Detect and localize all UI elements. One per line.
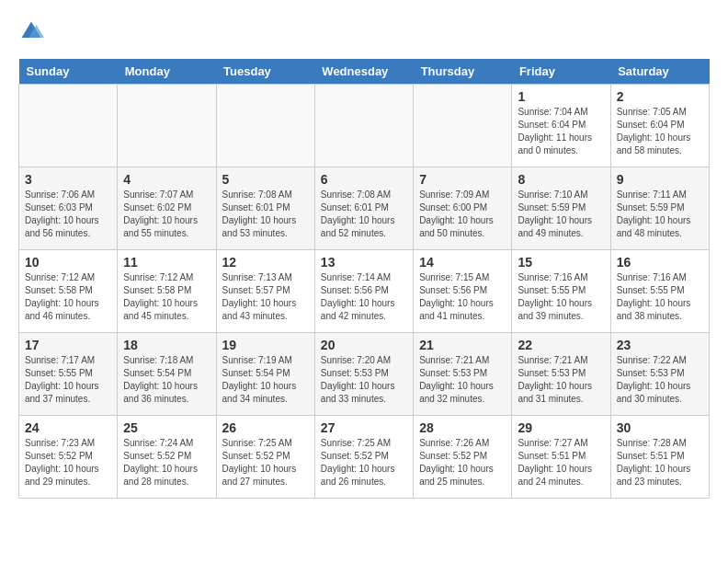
column-header-monday: Monday <box>118 59 216 85</box>
day-number: 12 <box>222 255 309 270</box>
day-number: 26 <box>222 420 309 435</box>
calendar-cell <box>314 85 413 167</box>
calendar-cell <box>118 85 216 167</box>
calendar-cell: 4Sunrise: 7:07 AMSunset: 6:02 PMDaylight… <box>118 167 216 250</box>
day-info: Sunrise: 7:21 AMSunset: 5:53 PMDaylight:… <box>419 354 506 406</box>
day-number: 27 <box>321 420 407 435</box>
day-info: Sunrise: 7:12 AMSunset: 5:58 PMDaylight:… <box>25 271 111 323</box>
day-number: 18 <box>123 338 210 352</box>
column-header-saturday: Saturday <box>610 59 709 85</box>
day-number: 19 <box>222 338 309 352</box>
calendar-cell: 2Sunrise: 7:05 AMSunset: 6:04 PMDaylight… <box>610 85 709 167</box>
day-info: Sunrise: 7:26 AMSunset: 5:52 PMDaylight:… <box>419 437 506 488</box>
calendar-cell <box>414 85 512 167</box>
day-info: Sunrise: 7:19 AMSunset: 5:54 PMDaylight:… <box>222 354 309 406</box>
day-info: Sunrise: 7:08 AMSunset: 6:01 PMDaylight:… <box>321 189 407 240</box>
day-number: 21 <box>419 338 506 352</box>
day-info: Sunrise: 7:22 AMSunset: 5:53 PMDaylight:… <box>617 354 703 406</box>
day-number: 2 <box>617 89 703 104</box>
day-info: Sunrise: 7:21 AMSunset: 5:53 PMDaylight:… <box>518 354 604 406</box>
calendar-cell: 18Sunrise: 7:18 AMSunset: 5:54 PMDayligh… <box>118 333 216 416</box>
day-info: Sunrise: 7:14 AMSunset: 5:56 PMDaylight:… <box>321 271 407 323</box>
calendar-header-row: SundayMondayTuesdayWednesdayThursdayFrid… <box>19 59 710 85</box>
day-number: 10 <box>25 255 111 270</box>
day-number: 20 <box>321 338 407 352</box>
day-number: 24 <box>25 420 111 435</box>
calendar-cell: 15Sunrise: 7:16 AMSunset: 5:55 PMDayligh… <box>512 250 610 333</box>
calendar-cell: 20Sunrise: 7:20 AMSunset: 5:53 PMDayligh… <box>314 333 413 416</box>
day-info: Sunrise: 7:11 AMSunset: 5:59 PMDaylight:… <box>617 189 703 240</box>
day-info: Sunrise: 7:12 AMSunset: 5:58 PMDaylight:… <box>123 271 210 323</box>
day-info: Sunrise: 7:04 AMSunset: 6:04 PMDaylight:… <box>518 106 604 157</box>
day-number: 8 <box>518 172 604 187</box>
day-info: Sunrise: 7:16 AMSunset: 5:55 PMDaylight:… <box>617 271 703 323</box>
calendar-cell: 5Sunrise: 7:08 AMSunset: 6:01 PMDaylight… <box>216 167 314 250</box>
logo-icon <box>18 18 44 44</box>
day-number: 3 <box>25 172 111 187</box>
calendar-cell: 7Sunrise: 7:09 AMSunset: 6:00 PMDaylight… <box>414 167 512 250</box>
day-info: Sunrise: 7:17 AMSunset: 5:55 PMDaylight:… <box>25 354 111 406</box>
calendar-cell: 9Sunrise: 7:11 AMSunset: 5:59 PMDaylight… <box>610 167 709 250</box>
day-info: Sunrise: 7:13 AMSunset: 5:57 PMDaylight:… <box>222 271 309 323</box>
column-header-wednesday: Wednesday <box>314 59 413 85</box>
day-info: Sunrise: 7:24 AMSunset: 5:52 PMDaylight:… <box>123 437 210 488</box>
calendar-cell: 30Sunrise: 7:28 AMSunset: 5:51 PMDayligh… <box>610 416 709 499</box>
day-number: 22 <box>518 338 604 352</box>
calendar-cell: 6Sunrise: 7:08 AMSunset: 6:01 PMDaylight… <box>314 167 413 250</box>
day-number: 23 <box>617 338 703 352</box>
calendar-cell: 29Sunrise: 7:27 AMSunset: 5:51 PMDayligh… <box>512 416 610 499</box>
calendar-week-row: 24Sunrise: 7:23 AMSunset: 5:52 PMDayligh… <box>19 416 710 499</box>
day-info: Sunrise: 7:25 AMSunset: 5:52 PMDaylight:… <box>321 437 407 488</box>
day-number: 16 <box>617 255 703 270</box>
calendar-cell: 8Sunrise: 7:10 AMSunset: 5:59 PMDaylight… <box>512 167 610 250</box>
day-number: 5 <box>222 172 309 187</box>
calendar-cell: 26Sunrise: 7:25 AMSunset: 5:52 PMDayligh… <box>216 416 314 499</box>
day-info: Sunrise: 7:05 AMSunset: 6:04 PMDaylight:… <box>617 106 703 157</box>
calendar-cell: 10Sunrise: 7:12 AMSunset: 5:58 PMDayligh… <box>19 250 118 333</box>
calendar-week-row: 1Sunrise: 7:04 AMSunset: 6:04 PMDaylight… <box>19 85 710 167</box>
day-number: 7 <box>419 172 506 187</box>
column-header-tuesday: Tuesday <box>216 59 314 85</box>
day-info: Sunrise: 7:10 AMSunset: 5:59 PMDaylight:… <box>518 189 604 240</box>
day-info: Sunrise: 7:23 AMSunset: 5:52 PMDaylight:… <box>25 437 111 488</box>
page-header <box>18 18 710 44</box>
calendar-cell: 11Sunrise: 7:12 AMSunset: 5:58 PMDayligh… <box>118 250 216 333</box>
day-info: Sunrise: 7:07 AMSunset: 6:02 PMDaylight:… <box>123 189 210 240</box>
calendar-cell: 23Sunrise: 7:22 AMSunset: 5:53 PMDayligh… <box>610 333 709 416</box>
day-number: 30 <box>617 420 703 435</box>
day-number: 11 <box>123 255 210 270</box>
column-header-sunday: Sunday <box>19 59 118 85</box>
calendar-table: SundayMondayTuesdayWednesdayThursdayFrid… <box>18 59 710 499</box>
calendar-cell: 3Sunrise: 7:06 AMSunset: 6:03 PMDaylight… <box>19 167 118 250</box>
calendar-week-row: 17Sunrise: 7:17 AMSunset: 5:55 PMDayligh… <box>19 333 710 416</box>
day-info: Sunrise: 7:18 AMSunset: 5:54 PMDaylight:… <box>123 354 210 406</box>
calendar-cell: 28Sunrise: 7:26 AMSunset: 5:52 PMDayligh… <box>414 416 512 499</box>
calendar-cell: 1Sunrise: 7:04 AMSunset: 6:04 PMDaylight… <box>512 85 610 167</box>
day-number: 4 <box>123 172 210 187</box>
day-info: Sunrise: 7:20 AMSunset: 5:53 PMDaylight:… <box>321 354 407 406</box>
calendar-cell <box>19 85 118 167</box>
day-number: 29 <box>518 420 604 435</box>
column-header-friday: Friday <box>512 59 610 85</box>
day-number: 25 <box>123 420 210 435</box>
day-info: Sunrise: 7:16 AMSunset: 5:55 PMDaylight:… <box>518 271 604 323</box>
calendar-week-row: 3Sunrise: 7:06 AMSunset: 6:03 PMDaylight… <box>19 167 710 250</box>
calendar-cell: 17Sunrise: 7:17 AMSunset: 5:55 PMDayligh… <box>19 333 118 416</box>
day-number: 14 <box>419 255 506 270</box>
day-number: 1 <box>518 89 604 104</box>
day-info: Sunrise: 7:08 AMSunset: 6:01 PMDaylight:… <box>222 189 309 240</box>
column-header-thursday: Thursday <box>414 59 512 85</box>
day-number: 28 <box>419 420 506 435</box>
day-number: 17 <box>25 338 111 352</box>
day-info: Sunrise: 7:06 AMSunset: 6:03 PMDaylight:… <box>25 189 111 240</box>
calendar-cell: 22Sunrise: 7:21 AMSunset: 5:53 PMDayligh… <box>512 333 610 416</box>
day-info: Sunrise: 7:27 AMSunset: 5:51 PMDaylight:… <box>518 437 604 488</box>
calendar-cell: 24Sunrise: 7:23 AMSunset: 5:52 PMDayligh… <box>19 416 118 499</box>
day-number: 9 <box>617 172 703 187</box>
day-number: 6 <box>321 172 407 187</box>
calendar-cell: 21Sunrise: 7:21 AMSunset: 5:53 PMDayligh… <box>414 333 512 416</box>
calendar-cell <box>216 85 314 167</box>
day-number: 15 <box>518 255 604 270</box>
day-info: Sunrise: 7:25 AMSunset: 5:52 PMDaylight:… <box>222 437 309 488</box>
day-info: Sunrise: 7:28 AMSunset: 5:51 PMDaylight:… <box>617 437 703 488</box>
